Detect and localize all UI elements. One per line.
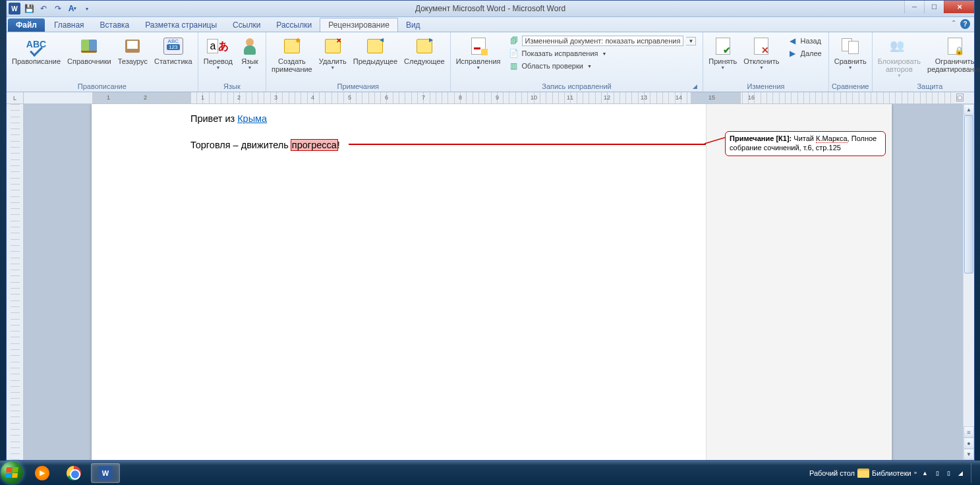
task-chrome[interactable] [59, 463, 88, 483]
block-authors-icon [888, 36, 909, 57]
group-proofing: ABC Правописание Справочники Тезаурус AB… [7, 32, 198, 92]
tray-network-icon[interactable]: ▯ [944, 470, 953, 476]
markup-area [706, 104, 891, 460]
comment-label: Примечание [К1]: [730, 134, 793, 142]
window-controls: ─ ☐ ✕ [904, 1, 974, 13]
page[interactable]: Привет из Крыма Торговля – движитель про… [92, 104, 892, 460]
tray-flag-icon[interactable]: ▯ [933, 470, 942, 476]
qat-customize-icon[interactable]: ▾ [80, 2, 94, 15]
tab-insert[interactable]: Вставка [92, 18, 138, 32]
next-comment-button[interactable]: Следующее [401, 34, 447, 65]
browse-object-icon[interactable]: ● [964, 438, 974, 449]
ruler-toggle-icon[interactable]: ▢ [956, 94, 964, 101]
wordcount-button[interactable]: ABC123 Статистика [152, 34, 195, 65]
tab-file[interactable]: Файл [8, 18, 45, 32]
tracking-options: 🗐 Измененный документ: показать исправле… [505, 34, 701, 73]
tab-selector-icon[interactable]: L [7, 92, 24, 103]
group-compare: Сравнить▼ Сравнение [829, 32, 873, 92]
translate-button[interactable]: aあ Перевод▼ [201, 34, 235, 70]
new-comment-button[interactable]: Создать примечание [269, 34, 315, 73]
help-icon[interactable]: ? [960, 19, 970, 29]
tray-desktop-label[interactable]: Рабочий стол [809, 469, 855, 477]
tray-overflow-icon[interactable]: ▲ [919, 470, 931, 476]
document-scroll[interactable]: Привет из Крыма Торговля – движитель про… [24, 104, 974, 460]
language-button[interactable]: Язык▼ [237, 34, 263, 70]
compare-icon [840, 36, 861, 57]
quick-access-toolbar: W 💾 ↶ ↷ A▾ ▾ [7, 2, 94, 15]
task-word[interactable]: W [91, 463, 120, 483]
folder-icon[interactable] [857, 469, 869, 478]
next-comment-icon [414, 36, 435, 57]
vertical-ruler[interactable] [7, 104, 24, 460]
group-label-protect: Защита [875, 81, 980, 92]
prev-comment-button[interactable]: Предыдущее [351, 34, 400, 65]
block-authors-button: Блокировать авторов▼ [875, 34, 923, 78]
tab-layout[interactable]: Разметка страницы [137, 18, 225, 32]
delete-comment-button[interactable]: Удалить▼ [316, 34, 349, 70]
restrict-editing-icon [944, 36, 966, 57]
spelling-icon: ABC [26, 36, 47, 57]
hyperlink[interactable]: Крыма [237, 113, 267, 124]
reviewing-pane[interactable]: ▥ Область проверки ▼ [506, 60, 699, 72]
taskbar: ▶ W Рабочий стол Библиотеки » ▲ ▯ ▯ ◢ [0, 461, 980, 485]
spelling-button[interactable]: ABC Правописание [9, 34, 63, 65]
tray-libraries-label[interactable]: Библиотеки [872, 469, 911, 477]
tab-references[interactable]: Ссылки [225, 18, 268, 32]
vertical-scrollbar[interactable]: ▲ ≡ ● ▼ [963, 104, 974, 460]
undo-icon[interactable]: ↶ [37, 2, 50, 15]
word-window: W 💾 ↶ ↷ A▾ ▾ Документ Microsoft Word - M… [6, 0, 975, 461]
tray-volume-icon[interactable]: ◢ [956, 470, 966, 476]
tab-home[interactable]: Главная [46, 18, 92, 32]
display-for-review[interactable]: 🗐 Измененный документ: показать исправле… [506, 35, 699, 47]
group-changes: Принять▼ Отклонить▼ ◀Назад ▶Далее Измене… [703, 32, 828, 92]
tab-review[interactable]: Рецензирование [320, 18, 398, 32]
show-markup-icon: 📄 [509, 48, 519, 59]
scroll-up-icon[interactable]: ▲ [964, 104, 974, 115]
tab-mailings[interactable]: Рассылки [268, 18, 320, 32]
word-task-icon: W [98, 466, 113, 480]
task-wmp[interactable]: ▶ [28, 463, 57, 483]
group-tracking: Исправления▼ 🗐 Измененный документ: пока… [451, 32, 704, 92]
translate-icon: aあ [208, 36, 229, 57]
tab-view[interactable]: Вид [398, 18, 428, 32]
save-icon[interactable]: 💾 [22, 2, 36, 15]
group-label-compare: Сравнение [832, 81, 869, 92]
show-desktop-button[interactable] [971, 463, 976, 483]
comment-connector [349, 144, 706, 145]
tracking-launcher-icon[interactable]: ◢ [691, 82, 699, 90]
thesaurus-icon [122, 36, 143, 57]
redo-icon[interactable]: ↷ [51, 2, 65, 15]
commented-text[interactable]: прогресса [291, 140, 337, 150]
font-color-icon[interactable]: A▾ [66, 2, 79, 15]
maximize-button[interactable]: ☐ [924, 1, 944, 13]
scroll-down-icon[interactable]: ▼ [964, 449, 974, 460]
track-changes-icon [468, 36, 489, 57]
research-icon [78, 36, 100, 57]
horizontal-ruler[interactable]: L ▢ 1212345678910111213141516 [7, 92, 974, 104]
track-changes-button[interactable]: Исправления▼ [453, 34, 504, 70]
show-markup[interactable]: 📄 Показать исправления ▼ [506, 47, 699, 59]
next-change[interactable]: ▶Далее [784, 47, 824, 59]
group-protect: Блокировать авторов▼ Ограничить редактир… [873, 32, 980, 92]
thesaurus-button[interactable]: Тезаурус [115, 34, 150, 65]
page-content[interactable]: Привет из Крыма Торговля – движитель про… [190, 112, 340, 165]
scroll-thumb[interactable] [964, 115, 973, 273]
scroll-track[interactable] [964, 115, 974, 426]
accept-button[interactable]: Принять▼ [706, 34, 739, 70]
previous-change[interactable]: ◀Назад [784, 35, 824, 47]
minimize-ribbon-icon[interactable]: ⌃ [951, 19, 956, 29]
research-button[interactable]: Справочники [65, 34, 114, 65]
word-logo-icon[interactable]: W [8, 2, 21, 15]
start-button[interactable] [0, 460, 25, 486]
document-area: Привет из Крыма Торговля – движитель про… [7, 104, 974, 460]
paragraph-2[interactable]: Торговля – движитель прогресса! [190, 138, 340, 153]
comment-balloon[interactable]: Примечание [К1]: Читай К.Маркса, Полное … [725, 131, 886, 156]
restrict-editing-button[interactable]: Ограничить редактирование [925, 34, 980, 73]
accept-icon [712, 36, 734, 57]
prev-page-icon[interactable]: ≡ [964, 426, 974, 438]
reject-button[interactable]: Отклонить▼ [741, 34, 782, 70]
compare-button[interactable]: Сравнить▼ [832, 34, 869, 70]
paragraph-1[interactable]: Привет из Крыма [190, 112, 340, 127]
minimize-button[interactable]: ─ [904, 1, 924, 13]
close-button[interactable]: ✕ [944, 1, 974, 13]
